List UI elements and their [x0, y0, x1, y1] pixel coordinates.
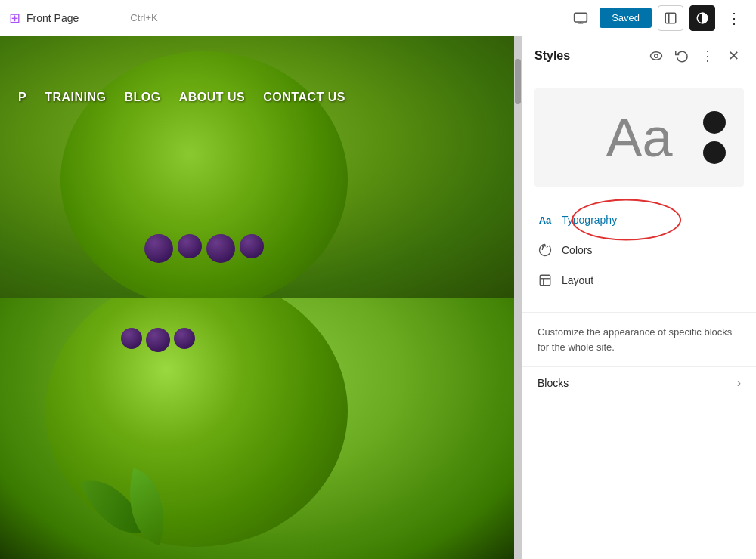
more-panel-options-button[interactable]: ⋮ — [697, 45, 718, 66]
chevron-right-icon: › — [737, 376, 741, 390]
berry — [121, 328, 142, 349]
topbar: ⊞ Front Page Ctrl+K Saved ⋮ — [0, 0, 756, 36]
smoothie-bottom-inner — [0, 298, 514, 559]
berry — [178, 234, 202, 258]
styles-menu: Aa Typography Colors — [522, 199, 756, 301]
main-layout: P TRAINING BLOG ABOUT US CONTACT US Styl… — [0, 36, 756, 559]
typography-icon: Aa — [538, 212, 553, 227]
berry — [240, 234, 264, 258]
styles-header: Styles ⋮ ✕ — [522, 36, 756, 76]
colors-menu-item[interactable]: Colors — [522, 235, 756, 265]
berry — [174, 328, 195, 349]
blocks-label: Blocks — [538, 377, 569, 389]
canvas-area[interactable]: P TRAINING BLOG ABOUT US CONTACT US — [0, 36, 522, 559]
mint-leaves — [91, 473, 154, 544]
shortcut-label: Ctrl+K — [130, 12, 157, 23]
preview-dot-1 — [703, 111, 726, 134]
save-button[interactable]: Saved — [600, 8, 652, 28]
preview-aa-text: Aa — [606, 110, 672, 165]
svg-point-6 — [651, 52, 662, 60]
blocks-row[interactable]: Blocks › — [522, 366, 756, 399]
preview-button[interactable] — [646, 45, 667, 66]
nav-item-about[interactable]: ABOUT US — [179, 91, 246, 104]
svg-rect-8 — [540, 275, 550, 286]
nav-item-training[interactable]: TRAINING — [45, 91, 106, 104]
canvas-scrollbar[interactable] — [514, 36, 522, 559]
page-icon: ⊞ — [9, 10, 20, 26]
svg-rect-3 — [665, 13, 676, 23]
berries-top — [144, 234, 264, 263]
svg-rect-0 — [575, 13, 587, 22]
more-options-button[interactable]: ⋮ — [721, 5, 747, 31]
layout-label: Layout — [562, 274, 593, 286]
colors-label: Colors — [562, 244, 592, 256]
topbar-left: ⊞ Front Page Ctrl+K — [9, 10, 562, 26]
typography-label: Typography — [562, 214, 617, 226]
berry — [206, 234, 235, 263]
styles-panel-title: Styles — [534, 49, 640, 63]
canvas-background — [0, 36, 514, 559]
smoothie-bottom — [0, 298, 514, 559]
preview-dot-2 — [703, 141, 726, 164]
contrast-toggle-button[interactable] — [689, 5, 715, 31]
berries-bottom — [121, 328, 212, 352]
smoothie-top — [0, 36, 514, 298]
nav-item-contact[interactable]: CONTACT US — [263, 91, 345, 104]
typography-menu-item[interactable]: Aa Typography — [522, 205, 756, 235]
nav-item-blog[interactable]: BLOG — [125, 91, 161, 104]
topbar-right: Saved ⋮ — [568, 5, 747, 31]
smoothie-top-inner — [0, 36, 514, 298]
layout-icon — [538, 273, 553, 288]
page-title: Front Page — [26, 12, 79, 24]
close-panel-button[interactable]: ✕ — [723, 45, 744, 66]
nav-item-p[interactable]: P — [18, 91, 26, 104]
styles-header-icons: ⋮ ✕ — [646, 45, 744, 66]
styles-description: Customize the appearance of specific blo… — [522, 312, 756, 366]
styles-preview: Aa — [534, 88, 744, 187]
svg-point-7 — [655, 54, 658, 58]
panel-toggle-button[interactable] — [658, 5, 683, 31]
berry — [144, 234, 173, 263]
layout-menu-item[interactable]: Layout — [522, 265, 756, 295]
nav-overlay: P TRAINING BLOG ABOUT US CONTACT US — [0, 82, 514, 113]
history-button[interactable] — [671, 45, 692, 66]
scroll-thumb[interactable] — [515, 59, 521, 104]
preview-dots — [703, 111, 726, 164]
device-toggle-button[interactable] — [568, 5, 593, 31]
colors-icon — [538, 242, 553, 258]
styles-panel: Styles ⋮ ✕ Aa — [522, 36, 756, 559]
berry — [146, 328, 170, 352]
